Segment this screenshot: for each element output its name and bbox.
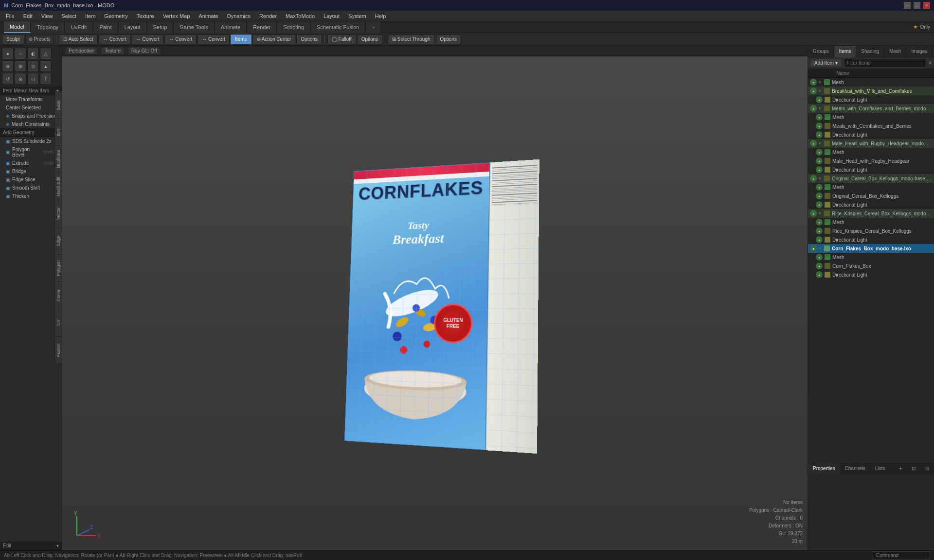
- options-button-2[interactable]: Options: [357, 35, 382, 44]
- list-item[interactable]: ● Mesh: [808, 183, 934, 192]
- viewport-raygl-label[interactable]: Ray GL: Off: [128, 47, 161, 54]
- rpanel-tab-groups[interactable]: Groups: [808, 46, 834, 57]
- thicken-item[interactable]: ▣ Thicken: [0, 192, 62, 200]
- tab-setup[interactable]: Setup: [147, 21, 174, 33]
- list-item[interactable]: ● Mesh: [808, 218, 934, 227]
- menu-maxtomodo[interactable]: MaxToModo: [282, 12, 319, 20]
- expand-arrow-icon[interactable]: ▾: [819, 106, 821, 111]
- rpanel-tab-images[interactable]: Images: [906, 46, 933, 57]
- items-button[interactable]: Items: [231, 35, 251, 44]
- grid-icon[interactable]: ⊞: [15, 60, 26, 72]
- vtab-fusion[interactable]: Fusion: [54, 336, 62, 364]
- visibility-toggle[interactable]: ●: [816, 122, 823, 129]
- cross-icon[interactable]: ⊗: [15, 73, 26, 85]
- list-item[interactable]: ● Directional Light: [808, 235, 934, 244]
- items-list[interactable]: ● ▾ Mesh ● ▾ Breakfast_with_Milk_and_Cor…: [808, 78, 934, 463]
- list-item[interactable]: ● Mesh: [808, 148, 934, 157]
- vtab-duplicate[interactable]: Duplicate: [54, 146, 62, 173]
- bpanel-expand-right[interactable]: ⊡: [920, 463, 934, 474]
- rotate-icon[interactable]: ↺: [2, 73, 14, 85]
- bridge-item[interactable]: ▣ Bridge: [0, 167, 62, 175]
- extrude-item[interactable]: ▣ Extrude Shift+X: [0, 159, 62, 167]
- options-button-1[interactable]: Options: [296, 35, 322, 44]
- list-item[interactable]: ● Original_Cereal_Box_Kelloggs: [808, 192, 934, 200]
- tab-uvedit[interactable]: UvEdit: [65, 21, 93, 33]
- close-button[interactable]: ✕: [923, 2, 930, 9]
- sphere-icon[interactable]: ●: [2, 48, 14, 59]
- viewport-shading-label[interactable]: Texture: [101, 47, 124, 54]
- bpanel-tab-add[interactable]: +: [894, 463, 907, 474]
- vtab-uv[interactable]: UV: [54, 309, 62, 336]
- options-button-3[interactable]: Options: [436, 35, 461, 44]
- tab-paint[interactable]: Paint: [93, 21, 118, 33]
- minimize-button[interactable]: –: [904, 2, 911, 9]
- maximize-button[interactable]: □: [914, 2, 920, 9]
- smooth-shift-item[interactable]: ▣ Smooth Shift: [0, 184, 62, 192]
- bpanel-tab-channels[interactable]: Channels: [840, 463, 870, 474]
- visibility-toggle[interactable]: ●: [816, 192, 823, 199]
- select-through-button[interactable]: ⊞ Select Through: [388, 35, 434, 44]
- convert-button-3[interactable]: ↔ Convert: [164, 35, 197, 44]
- edit-section-header[interactable]: Edit ▾: [0, 542, 62, 550]
- vtab-mesh-edit[interactable]: Mesh Edit: [54, 173, 62, 200]
- visibility-toggle[interactable]: ●: [816, 184, 823, 191]
- viewport-3d[interactable]: CORNFLAKES Tasty Breakfast: [62, 56, 808, 550]
- command-input[interactable]: Command: [872, 551, 930, 560]
- list-item[interactable]: ● ▾ Male_Head_with_Rugby_Headgear_modo..…: [808, 139, 934, 148]
- vtab-vector[interactable]: Vector: [54, 200, 62, 228]
- visibility-toggle[interactable]: ●: [810, 140, 817, 147]
- visibility-toggle[interactable]: ●: [816, 166, 823, 173]
- list-item[interactable]: ● ▾ Rice_Krispies_Cereal_Box_Kelloggs_mo…: [808, 209, 934, 218]
- tab-schematic-fusion[interactable]: Schematic Fusion: [311, 21, 365, 33]
- list-item[interactable]: ● Corn_Flakes_Box: [808, 262, 934, 270]
- visibility-toggle[interactable]: ●: [816, 219, 823, 226]
- viewport[interactable]: Perspective Texture Ray GL: Off ⊕ ↺ ⊞ ⚙ …: [62, 46, 808, 550]
- visibility-toggle[interactable]: ●: [816, 228, 823, 234]
- menu-view[interactable]: View: [37, 12, 57, 20]
- list-item[interactable]: ● ▾ Mesh: [808, 78, 934, 87]
- menu-help[interactable]: Help: [371, 12, 390, 20]
- list-item[interactable]: ● ▾ Original_Cereal_Box_Kelloggs_modo-ba…: [808, 174, 934, 183]
- visibility-toggle[interactable]: ●: [816, 271, 823, 278]
- menu-edit[interactable]: Edit: [19, 12, 36, 20]
- rpanel-tab-shading[interactable]: Shading: [856, 46, 884, 57]
- visibility-toggle[interactable]: ●: [810, 105, 817, 112]
- menu-layout[interactable]: Layout: [320, 12, 343, 20]
- menu-file[interactable]: File: [2, 12, 18, 20]
- rpanel-tab-mesh[interactable]: Mesh: [884, 46, 906, 57]
- presets-button[interactable]: ⊕ Presets: [25, 35, 54, 43]
- visibility-toggle[interactable]: ●: [816, 254, 823, 261]
- edge-slice-item[interactable]: ▣ Edge Slice: [0, 175, 62, 184]
- menu-item[interactable]: Item: [81, 12, 99, 20]
- list-item[interactable]: ● Mesh: [808, 113, 934, 122]
- list-item[interactable]: ● ▾ Meals_with_Cornflakes_and_Berries_mo…: [808, 104, 934, 113]
- half-circle-icon[interactable]: ◐: [27, 48, 39, 59]
- menu-animate[interactable]: Animate: [195, 12, 222, 20]
- vtab-basic[interactable]: Basic: [54, 91, 62, 119]
- filter-close-icon[interactable]: ✕: [928, 60, 932, 66]
- sculpt-button[interactable]: Sculpt: [2, 35, 24, 44]
- torus-icon[interactable]: ⊙: [27, 60, 39, 72]
- item-menu-header[interactable]: Item Menu: New Item ▾: [0, 87, 62, 95]
- cone-icon[interactable]: ▲: [40, 60, 52, 72]
- list-item[interactable]: ● Meals_with_Cornflakes_and_Berries: [808, 122, 934, 130]
- visibility-toggle[interactable]: ●: [816, 131, 823, 138]
- menu-dynamics[interactable]: Dynamics: [223, 12, 254, 20]
- expand-arrow-icon[interactable]: ▾: [819, 141, 821, 146]
- list-item[interactable]: ● Rice_Krispies_Cereal_Box_Kelloggs: [808, 227, 934, 235]
- visibility-toggle[interactable]: ●: [810, 175, 817, 182]
- filter-items-input[interactable]: [844, 59, 926, 68]
- menu-system[interactable]: System: [344, 12, 370, 20]
- list-item[interactable]: ● ▾ Breakfast_with_Milk_and_Cornflakes: [808, 87, 934, 95]
- list-item[interactable]: ● Directional Light: [808, 130, 934, 139]
- polygon-bevel-item[interactable]: ▣ Polygon Bevel Shift+B: [0, 145, 62, 159]
- menu-geometry[interactable]: Geometry: [100, 12, 131, 20]
- vtab-curve[interactable]: Curve: [54, 282, 62, 309]
- tab-model[interactable]: Model: [4, 21, 31, 33]
- tab-game-tools[interactable]: Game Tools: [174, 21, 215, 33]
- rpanel-tab-items[interactable]: Items: [834, 46, 856, 57]
- vtab-polygon[interactable]: Polygon: [54, 255, 62, 282]
- text-icon[interactable]: T: [40, 73, 52, 85]
- visibility-toggle[interactable]: ●: [816, 96, 823, 103]
- tab-add[interactable]: +: [366, 21, 381, 33]
